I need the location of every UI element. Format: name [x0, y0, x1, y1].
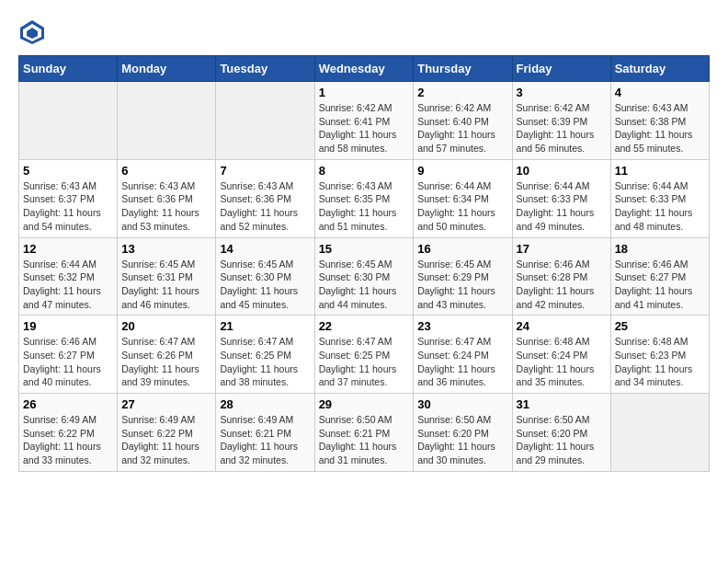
day-info: Sunrise: 6:45 AM Sunset: 6:31 PM Dayligh… — [121, 258, 211, 312]
calendar-cell: 18Sunrise: 6:46 AM Sunset: 6:27 PM Dayli… — [610, 237, 709, 316]
day-info: Sunrise: 6:42 AM Sunset: 6:40 PM Dayligh… — [417, 101, 507, 155]
day-info: Sunrise: 6:50 AM Sunset: 6:20 PM Dayligh… — [517, 413, 607, 467]
calendar-week-row: 26Sunrise: 6:49 AM Sunset: 6:22 PM Dayli… — [19, 394, 710, 472]
day-number: 7 — [220, 164, 310, 178]
day-info: Sunrise: 6:43 AM Sunset: 6:38 PM Dayligh… — [615, 101, 705, 155]
calendar-cell: 10Sunrise: 6:44 AM Sunset: 6:33 PM Dayli… — [512, 159, 610, 237]
day-number: 17 — [517, 242, 607, 256]
calendar-header: SundayMondayTuesdayWednesdayThursdayFrid… — [19, 56, 710, 82]
day-number: 25 — [615, 319, 705, 333]
day-info: Sunrise: 6:48 AM Sunset: 6:24 PM Dayligh… — [517, 335, 607, 389]
weekday-header: Saturday — [610, 56, 709, 82]
calendar-cell: 4Sunrise: 6:43 AM Sunset: 6:38 PM Daylig… — [610, 82, 709, 160]
day-info: Sunrise: 6:44 AM Sunset: 6:33 PM Dayligh… — [517, 179, 607, 234]
day-number: 29 — [319, 397, 410, 411]
calendar-week-row: 19Sunrise: 6:46 AM Sunset: 6:27 PM Dayli… — [19, 316, 710, 394]
calendar-cell: 27Sunrise: 6:49 AM Sunset: 6:22 PM Dayli… — [118, 394, 216, 472]
day-info: Sunrise: 6:43 AM Sunset: 6:35 PM Dayligh… — [319, 179, 410, 234]
day-number: 6 — [121, 164, 211, 178]
day-number: 21 — [220, 319, 310, 333]
day-info: Sunrise: 6:45 AM Sunset: 6:29 PM Dayligh… — [417, 258, 507, 312]
calendar-cell: 14Sunrise: 6:45 AM Sunset: 6:30 PM Dayli… — [216, 237, 314, 316]
calendar-cell: 26Sunrise: 6:49 AM Sunset: 6:22 PM Dayli… — [19, 394, 118, 472]
weekday-header: Friday — [512, 56, 610, 82]
calendar-cell: 21Sunrise: 6:47 AM Sunset: 6:25 PM Dayli… — [216, 316, 314, 394]
calendar-cell: 30Sunrise: 6:50 AM Sunset: 6:20 PM Dayli… — [414, 394, 512, 472]
weekday-row: SundayMondayTuesdayWednesdayThursdayFrid… — [19, 56, 710, 82]
day-info: Sunrise: 6:44 AM Sunset: 6:33 PM Dayligh… — [615, 179, 705, 234]
calendar-cell: 24Sunrise: 6:48 AM Sunset: 6:24 PM Dayli… — [512, 316, 610, 394]
calendar-cell: 20Sunrise: 6:47 AM Sunset: 6:26 PM Dayli… — [118, 316, 216, 394]
calendar-cell: 17Sunrise: 6:46 AM Sunset: 6:28 PM Dayli… — [512, 237, 610, 316]
calendar-cell: 29Sunrise: 6:50 AM Sunset: 6:21 PM Dayli… — [314, 394, 414, 472]
calendar-cell: 9Sunrise: 6:44 AM Sunset: 6:34 PM Daylig… — [414, 159, 512, 237]
day-info: Sunrise: 6:47 AM Sunset: 6:25 PM Dayligh… — [220, 335, 310, 389]
day-number: 18 — [615, 242, 705, 256]
day-number: 10 — [517, 164, 607, 178]
day-number: 31 — [517, 397, 607, 411]
day-number: 8 — [319, 164, 410, 178]
day-number: 14 — [220, 242, 310, 256]
calendar-cell: 19Sunrise: 6:46 AM Sunset: 6:27 PM Dayli… — [19, 316, 118, 394]
weekday-header: Monday — [118, 56, 216, 82]
day-number: 3 — [517, 86, 607, 99]
day-info: Sunrise: 6:47 AM Sunset: 6:24 PM Dayligh… — [417, 335, 507, 389]
calendar-cell: 23Sunrise: 6:47 AM Sunset: 6:24 PM Dayli… — [414, 316, 512, 394]
weekday-header: Thursday — [414, 56, 512, 82]
day-info: Sunrise: 6:42 AM Sunset: 6:41 PM Dayligh… — [319, 101, 410, 155]
calendar-table: SundayMondayTuesdayWednesdayThursdayFrid… — [18, 55, 710, 472]
day-number: 15 — [319, 242, 410, 256]
calendar-cell: 12Sunrise: 6:44 AM Sunset: 6:32 PM Dayli… — [19, 237, 118, 316]
day-number: 4 — [615, 86, 705, 99]
day-number: 16 — [417, 242, 507, 256]
weekday-header: Tuesday — [216, 56, 314, 82]
day-number: 5 — [23, 164, 113, 178]
calendar-cell: 1Sunrise: 6:42 AM Sunset: 6:41 PM Daylig… — [314, 82, 414, 160]
calendar-cell: 11Sunrise: 6:44 AM Sunset: 6:33 PM Dayli… — [610, 159, 709, 237]
calendar-cell: 8Sunrise: 6:43 AM Sunset: 6:35 PM Daylig… — [314, 159, 414, 237]
page-header — [18, 18, 710, 46]
calendar-cell: 16Sunrise: 6:45 AM Sunset: 6:29 PM Dayli… — [414, 237, 512, 316]
day-number: 12 — [23, 242, 113, 256]
day-number: 24 — [517, 319, 607, 333]
calendar-cell: 15Sunrise: 6:45 AM Sunset: 6:30 PM Dayli… — [314, 237, 414, 316]
calendar-week-row: 12Sunrise: 6:44 AM Sunset: 6:32 PM Dayli… — [19, 237, 710, 316]
day-info: Sunrise: 6:47 AM Sunset: 6:25 PM Dayligh… — [319, 335, 410, 389]
day-number: 20 — [121, 319, 211, 333]
calendar-body: 1Sunrise: 6:42 AM Sunset: 6:41 PM Daylig… — [19, 82, 710, 472]
calendar-cell: 5Sunrise: 6:43 AM Sunset: 6:37 PM Daylig… — [19, 159, 118, 237]
day-info: Sunrise: 6:46 AM Sunset: 6:28 PM Dayligh… — [517, 258, 607, 312]
day-number: 2 — [417, 86, 507, 99]
calendar-cell — [19, 82, 118, 160]
calendar-cell: 22Sunrise: 6:47 AM Sunset: 6:25 PM Dayli… — [314, 316, 414, 394]
day-info: Sunrise: 6:50 AM Sunset: 6:21 PM Dayligh… — [319, 413, 410, 467]
day-number: 13 — [121, 242, 211, 256]
calendar-cell: 7Sunrise: 6:43 AM Sunset: 6:36 PM Daylig… — [216, 159, 314, 237]
calendar-cell: 2Sunrise: 6:42 AM Sunset: 6:40 PM Daylig… — [414, 82, 512, 160]
day-info: Sunrise: 6:47 AM Sunset: 6:26 PM Dayligh… — [121, 335, 211, 389]
day-info: Sunrise: 6:44 AM Sunset: 6:34 PM Dayligh… — [417, 179, 507, 234]
day-info: Sunrise: 6:45 AM Sunset: 6:30 PM Dayligh… — [220, 258, 310, 312]
day-number: 26 — [23, 397, 113, 411]
day-number: 27 — [121, 397, 211, 411]
day-info: Sunrise: 6:49 AM Sunset: 6:22 PM Dayligh… — [23, 413, 113, 467]
day-info: Sunrise: 6:46 AM Sunset: 6:27 PM Dayligh… — [23, 335, 113, 389]
calendar-cell: 3Sunrise: 6:42 AM Sunset: 6:39 PM Daylig… — [512, 82, 610, 160]
calendar-cell — [118, 82, 216, 160]
day-number: 22 — [319, 319, 410, 333]
weekday-header: Wednesday — [314, 56, 414, 82]
weekday-header: Sunday — [19, 56, 118, 82]
logo-icon — [18, 18, 46, 46]
day-info: Sunrise: 6:42 AM Sunset: 6:39 PM Dayligh… — [517, 101, 607, 155]
calendar-cell: 13Sunrise: 6:45 AM Sunset: 6:31 PM Dayli… — [118, 237, 216, 316]
calendar-cell: 25Sunrise: 6:48 AM Sunset: 6:23 PM Dayli… — [610, 316, 709, 394]
day-number: 11 — [615, 164, 705, 178]
day-info: Sunrise: 6:43 AM Sunset: 6:37 PM Dayligh… — [23, 179, 113, 234]
day-info: Sunrise: 6:43 AM Sunset: 6:36 PM Dayligh… — [220, 179, 310, 234]
calendar-week-row: 1Sunrise: 6:42 AM Sunset: 6:41 PM Daylig… — [19, 82, 710, 160]
day-info: Sunrise: 6:49 AM Sunset: 6:22 PM Dayligh… — [121, 413, 211, 467]
logo — [18, 18, 48, 46]
calendar-cell — [216, 82, 314, 160]
day-number: 28 — [220, 397, 310, 411]
day-number: 9 — [417, 164, 507, 178]
